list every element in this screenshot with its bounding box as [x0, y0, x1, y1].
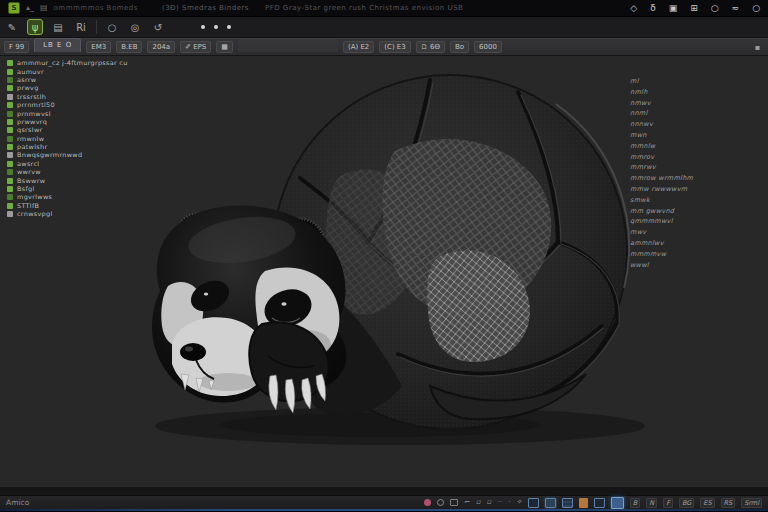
layer-icon [7, 94, 13, 100]
circle-icon[interactable]: ○ [711, 3, 719, 13]
annotation-line: nnml [630, 108, 740, 119]
layer-icon [7, 211, 13, 217]
diamond-icon[interactable]: ◇ [630, 3, 637, 13]
folder-task-icon[interactable] [579, 498, 588, 508]
document-subtitle: PFD Gray-Star green rush Christmas envis… [265, 4, 463, 12]
outliner-item-label: mgvrlwws [17, 194, 52, 202]
window-list-icon[interactable] [562, 498, 573, 508]
outliner-item[interactable]: prnmwvsl [7, 109, 187, 117]
outliner-item[interactable]: trssrstlh [7, 93, 187, 101]
outliner-item[interactable]: rmwnlw [7, 135, 187, 143]
box-status-icon[interactable]: ▫ [486, 499, 491, 506]
outliner-item-label: prwvg [17, 85, 39, 93]
window-list-icon [562, 498, 573, 508]
header-button[interactable]: ✐ EPS [180, 41, 211, 53]
title-bar: S ▴_ ▤ ommmmmos Bomeds (3Ð) Smedras Bind… [0, 0, 768, 17]
slash-status-icon[interactable]: ⌐ [464, 499, 470, 506]
outliner-item[interactable]: Bnwqsgwrmrnwwd [7, 151, 187, 159]
sphere-icon[interactable]: ○ [752, 3, 760, 13]
cursor-tool-icon[interactable]: ✎ [4, 19, 20, 35]
outliner-item[interactable]: prwvg [7, 84, 187, 92]
outliner-item[interactable]: patwlshr [7, 143, 187, 151]
es-badge[interactable]: ES [700, 498, 714, 508]
header-tab-inactive[interactable] [238, 39, 338, 52]
window-task-active-icon[interactable] [545, 498, 556, 508]
grid-icon[interactable]: ⊞ [690, 3, 698, 13]
sculpt-tool-icon[interactable]: ψ [27, 19, 43, 35]
tool-bar: ✎ψ▤Ri○◎↺ [0, 17, 768, 38]
workspace-icons: ◇δ▣⊞○≂○ [630, 3, 760, 13]
header-button[interactable]: ▦ [216, 41, 233, 53]
rs-badge[interactable]: RS [721, 498, 736, 508]
outliner-item[interactable]: Bsfgl [7, 185, 187, 193]
text-tool-icon[interactable]: Ri [73, 19, 89, 35]
header-button[interactable]: B.EB [116, 41, 142, 53]
wave-icon[interactable]: ≂ [732, 3, 740, 13]
window-task-icon[interactable] [594, 498, 605, 508]
key-b-badge[interactable]: B [630, 498, 640, 508]
annotation-line: qmmmmwvl [630, 216, 740, 227]
layer-icon [7, 69, 13, 75]
annotation-line: mm gwwvnd [630, 206, 740, 217]
header-button[interactable]: Bo [450, 41, 469, 53]
layout-mini-icon[interactable]: ▤ [40, 4, 48, 12]
zoom-badge[interactable]: Srml [741, 498, 762, 508]
outliner-item-label: wwrvw [17, 168, 41, 176]
viewport-3d[interactable]: ammmur_cz j-4ftmurgrpssar cuaumuvrasrrwp… [0, 56, 768, 487]
outliner-item[interactable]: prrnmrtl50 [7, 101, 187, 109]
outliner-item[interactable]: qsrslwr [7, 126, 187, 134]
key-f-badge[interactable]: F [663, 498, 673, 508]
key-n-badge[interactable]: N [646, 498, 657, 508]
header-lock-icon[interactable]: ▪ [755, 43, 764, 52]
window-task-icon[interactable] [528, 498, 539, 508]
outliner-item[interactable]: STTlfB [7, 202, 187, 210]
outliner-item[interactable]: mgvrlwws [7, 193, 187, 201]
outliner-item[interactable]: aumuvr [7, 67, 187, 75]
record-dot-icon[interactable] [424, 499, 431, 506]
toolbar-overflow-dots[interactable] [201, 25, 231, 29]
outliner-item[interactable]: prwwvrq [7, 118, 187, 126]
annotation-line: nmlh [630, 87, 740, 98]
header-button[interactable]: 204a [147, 41, 175, 53]
orbit-tool-icon[interactable]: ◎ [127, 19, 143, 35]
panel-icon[interactable]: ▣ [669, 3, 678, 13]
bg-badge[interactable]: BG [679, 498, 694, 508]
circle-status-icon[interactable] [437, 499, 444, 506]
circle-tool-icon[interactable]: ○ [104, 19, 120, 35]
figure-icon[interactable]: δ [650, 3, 656, 13]
outliner-item[interactable]: ammmur_cz j-4ftmurgrpssar cu [7, 59, 187, 67]
header-tab[interactable]: LB E O [34, 38, 81, 52]
header-button[interactable]: 6000 [474, 41, 502, 53]
window-mini-icon[interactable]: ▴_ [26, 4, 34, 12]
dot-status-icon[interactable]: · [508, 499, 510, 506]
header-button[interactable]: 🗋 6Θ [416, 41, 445, 53]
app-logo-icon[interactable]: S [8, 2, 20, 14]
image-tool-icon[interactable]: ▤ [50, 19, 66, 35]
outliner-item[interactable]: crnwsvpgl [7, 210, 187, 218]
outliner-item[interactable]: awsrcl [7, 160, 187, 168]
outliner-item[interactable]: asrrw [7, 76, 187, 84]
outliner-item-label: STTlfB [17, 202, 39, 210]
header-button[interactable]: (A) E2 [343, 41, 374, 53]
layer-icon [7, 161, 13, 167]
menu-text[interactable]: ommmmmos Bomeds [54, 4, 138, 12]
clip-status-icon[interactable]: ✧ [516, 499, 522, 506]
annotation-line: wwwl [630, 260, 740, 271]
dots-status-icon[interactable]: ·· [497, 499, 501, 506]
box-status-icon[interactable]: ▫ [476, 499, 481, 506]
undo-tool-icon[interactable]: ↺ [150, 19, 166, 35]
toolbar-separator [96, 20, 97, 34]
annotation-line: mwn [630, 130, 740, 141]
frame-status-icon[interactable] [450, 499, 458, 506]
key-n-badge: N [646, 498, 657, 508]
annotation-line: mmrwv [630, 162, 740, 173]
header-button[interactable]: EM3 [86, 41, 111, 53]
outliner-item[interactable]: Bswwrw [7, 176, 187, 184]
viewport-header: F 99LB E OEM3B.EB204a✐ EPS▦(A) E2(C) E3🗋… [0, 38, 768, 56]
annotation-line: mmw rwwwwvm [630, 184, 740, 195]
annotation-line: mmnlw [630, 141, 740, 152]
outliner-item[interactable]: wwrvw [7, 168, 187, 176]
header-button[interactable]: (C) E3 [379, 41, 410, 53]
header-button[interactable]: F 99 [4, 41, 29, 53]
selected-task-icon[interactable] [611, 497, 624, 509]
